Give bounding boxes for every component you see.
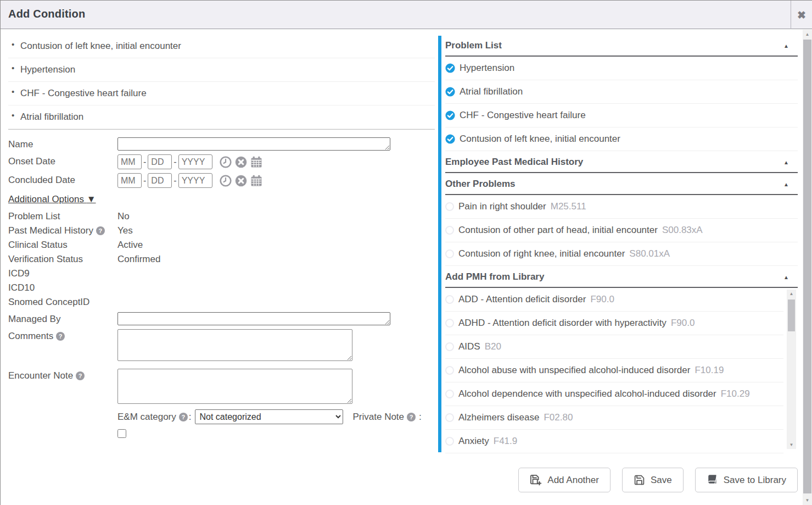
condition-form-column: Contusion of left knee, initial encounte…	[8, 35, 435, 438]
private-note-checkbox[interactable]	[117, 429, 126, 438]
library-item[interactable]: Alcohol dependence with unspecified alco…	[445, 382, 783, 406]
problem-list-item[interactable]: Contusion of left knee, initial encounte…	[445, 127, 798, 151]
save-to-library-button[interactable]: Save to Library	[695, 468, 798, 492]
em-category-label: E&M category	[117, 412, 176, 423]
encounter-note-label: Encounter Note	[8, 370, 73, 381]
add-another-button[interactable]: Add Another	[518, 468, 611, 492]
scrollbar-thumb[interactable]	[803, 40, 811, 493]
icd-code: F02.80	[544, 412, 573, 423]
managed-by-row: Managed By	[8, 312, 435, 325]
date-separator: -	[173, 176, 176, 186]
managed-by-input[interactable]	[117, 312, 390, 325]
other-problem-item[interactable]: Contusion of other part of head, initial…	[445, 219, 798, 242]
help-icon[interactable]: ?	[407, 413, 416, 421]
other-problem-item[interactable]: Pain in right shoulder M25.511	[445, 195, 798, 219]
library-item[interactable]: Alzheimers disease F02.80	[445, 406, 783, 430]
add-condition-dialog: Add Condition ✖ Contusion of left knee, …	[0, 0, 812, 505]
clear-date-icon[interactable]	[235, 156, 247, 168]
dialog-title: Add Condition	[8, 8, 85, 20]
comments-textarea[interactable]	[117, 329, 352, 361]
help-icon[interactable]: ?	[179, 413, 188, 421]
save-icon	[634, 474, 645, 486]
em-category-row: E&M category ? : Not categorized Private…	[117, 409, 435, 424]
add-another-label: Add Another	[547, 475, 599, 486]
concluded-month-input[interactable]	[117, 173, 142, 188]
date-separator: -	[173, 157, 176, 167]
onset-year-input[interactable]	[178, 154, 212, 169]
section-header-other-problems[interactable]: Other Problems ▲	[445, 173, 798, 195]
scroll-up-icon[interactable]: ▲	[787, 291, 796, 296]
collapse-icon: ▲	[783, 274, 789, 280]
close-icon: ✖	[797, 9, 806, 21]
save-button[interactable]: Save	[622, 468, 684, 492]
onset-date-row: Onset Date - -	[8, 154, 435, 169]
chevron-down-icon: ▼	[87, 194, 96, 204]
problem-name: ADHD - Attention deficit disorder with h…	[458, 318, 667, 329]
list-item: CHF - Congestive heart failure	[8, 82, 435, 106]
problem-name: Alzheimers disease	[458, 412, 539, 423]
check-circle-icon	[445, 134, 455, 144]
scroll-down-icon[interactable]: ▼	[787, 442, 796, 447]
past-medical-history-label: Past Medical History	[8, 225, 93, 236]
library-item[interactable]: ADD - Attention deficit disorder F90.0	[445, 288, 783, 312]
date-separator: -	[143, 176, 146, 186]
list-item: Hypertension	[8, 58, 435, 82]
name-input[interactable]	[117, 137, 390, 151]
radio-unselected-icon	[445, 249, 454, 258]
library-scrollbar[interactable]: ▲ ▼	[787, 290, 796, 449]
check-circle-icon	[445, 110, 455, 120]
radio-unselected-icon	[445, 366, 454, 375]
snomed-conceptid-label: Snomed ConceptID	[8, 297, 117, 308]
problem-list-item[interactable]: Hypertension	[445, 57, 798, 80]
window-scrollbar[interactable]: ▲ ▼	[803, 30, 812, 505]
library-item[interactable]: Anxiety F41.9	[445, 430, 783, 453]
section-title: Employee Past Medical History	[445, 157, 583, 168]
calendar-icon[interactable]	[250, 156, 262, 168]
encounter-note-textarea[interactable]	[117, 369, 352, 404]
section-title: Problem List	[445, 40, 502, 51]
additional-options-link[interactable]: Additional Options ▼	[8, 194, 96, 205]
clear-date-icon[interactable]	[235, 175, 247, 187]
icd-code: S00.83xA	[662, 225, 703, 236]
library-item[interactable]: AIDS B20	[445, 335, 783, 359]
set-current-time-icon[interactable]	[220, 175, 232, 187]
onset-month-input[interactable]	[117, 154, 142, 169]
section-header-employee-pmh[interactable]: Employee Past Medical History ▲	[445, 151, 798, 173]
problem-name: Contusion of other part of head, initial…	[458, 225, 658, 236]
divider	[8, 129, 435, 130]
scroll-down-icon[interactable]: ▼	[803, 498, 812, 503]
scroll-up-icon[interactable]: ▲	[803, 32, 812, 37]
section-title: Other Problems	[445, 179, 516, 190]
section-header-problem-list[interactable]: Problem List ▲	[445, 35, 798, 57]
other-problem-item[interactable]: Contusion of right knee, initial encount…	[445, 242, 798, 266]
problem-name: Pain in right shoulder	[458, 201, 546, 212]
set-current-time-icon[interactable]	[220, 156, 232, 168]
problem-list-item[interactable]: Atrial fibrillation	[445, 80, 798, 104]
library-item[interactable]: ADHD - Attention deficit disorder with h…	[445, 312, 783, 335]
verification-status-row: Verification Status Confirmed	[8, 252, 435, 267]
help-icon[interactable]: ?	[76, 371, 85, 380]
em-category-colon: :	[189, 412, 192, 423]
additional-options-label: Additional Options	[8, 194, 84, 204]
scrollbar-thumb[interactable]	[788, 299, 795, 331]
list-item: Contusion of left knee, initial encounte…	[8, 35, 435, 58]
section-header-add-pmh-library[interactable]: Add PMH from Library ▲	[445, 266, 798, 288]
library-item[interactable]: Alcohol abuse with unspecified alcohol-i…	[445, 359, 783, 382]
close-button[interactable]: ✖	[791, 1, 812, 29]
managed-by-label: Managed By	[8, 312, 117, 325]
problem-name: Hypertension	[460, 63, 514, 74]
clinical-status-value: Active	[117, 240, 143, 251]
onset-date-label: Onset Date	[8, 154, 117, 167]
problem-list-item[interactable]: CHF - Congestive heart failure	[445, 104, 798, 127]
onset-day-input[interactable]	[148, 154, 172, 169]
concluded-day-input[interactable]	[148, 173, 172, 188]
concluded-year-input[interactable]	[178, 173, 212, 188]
radio-unselected-icon	[445, 413, 454, 422]
icd-code: B20	[485, 341, 501, 352]
help-icon[interactable]: ?	[56, 332, 65, 341]
problem-name: Alcohol dependence with unspecified alco…	[458, 389, 716, 399]
save-to-library-label: Save to Library	[724, 475, 786, 486]
help-icon[interactable]: ?	[96, 226, 105, 235]
em-category-select[interactable]: Not categorized	[195, 409, 343, 424]
calendar-icon[interactable]	[250, 175, 262, 187]
